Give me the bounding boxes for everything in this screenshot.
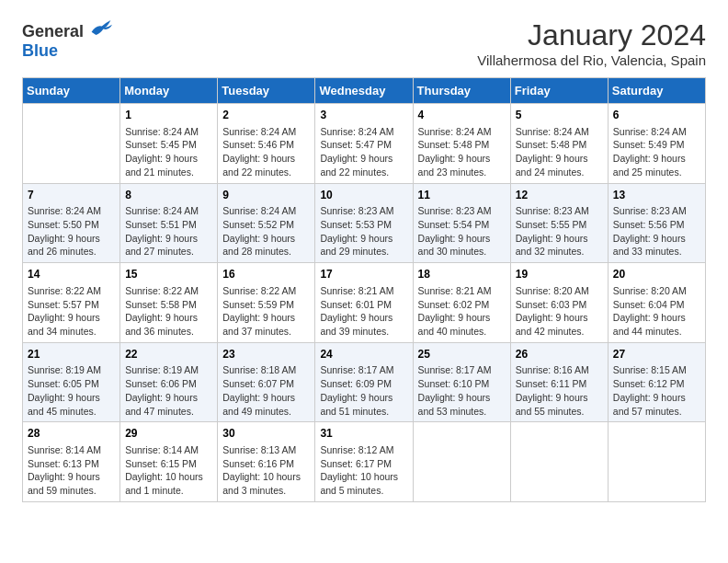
header-day-thursday: Thursday [413,78,510,104]
day-info: Sunrise: 8:21 AM Sunset: 6:02 PM Dayligh… [418,284,506,339]
day-number: 24 [320,347,407,362]
day-number: 14 [28,267,115,282]
calendar-cell: 9Sunrise: 8:24 AM Sunset: 5:52 PM Daylig… [218,183,315,263]
week-row-4: 21Sunrise: 8:19 AM Sunset: 6:05 PM Dayli… [23,342,706,422]
day-number: 20 [613,267,700,282]
calendar-title: January 2024 [477,18,706,52]
logo-bird-icon [90,18,112,37]
day-number: 28 [28,426,115,442]
calendar-cell: 18Sunrise: 8:21 AM Sunset: 6:02 PM Dayli… [413,263,510,343]
calendar-cell: 16Sunrise: 8:22 AM Sunset: 5:59 PM Dayli… [218,263,315,343]
header-day-wednesday: Wednesday [315,78,413,104]
calendar-cell: 3Sunrise: 8:24 AM Sunset: 5:47 PM Daylig… [315,104,413,184]
day-number: 22 [125,347,212,362]
day-info: Sunrise: 8:20 AM Sunset: 6:04 PM Dayligh… [613,284,700,339]
day-info: Sunrise: 8:21 AM Sunset: 6:01 PM Dayligh… [320,284,407,339]
calendar-cell: 12Sunrise: 8:23 AM Sunset: 5:55 PM Dayli… [510,183,608,263]
calendar-cell: 23Sunrise: 8:18 AM Sunset: 6:07 PM Dayli… [218,342,315,422]
day-number: 29 [125,426,212,442]
day-info: Sunrise: 8:20 AM Sunset: 6:03 PM Dayligh… [516,284,603,339]
day-number: 13 [613,188,700,203]
day-info: Sunrise: 8:23 AM Sunset: 5:56 PM Dayligh… [613,204,700,259]
calendar-cell: 15Sunrise: 8:22 AM Sunset: 5:58 PM Dayli… [120,263,218,343]
day-info: Sunrise: 8:23 AM Sunset: 5:55 PM Dayligh… [516,204,603,259]
day-info: Sunrise: 8:24 AM Sunset: 5:46 PM Dayligh… [222,125,310,179]
day-number: 18 [418,267,506,282]
calendar-cell: 20Sunrise: 8:20 AM Sunset: 6:04 PM Dayli… [608,263,705,343]
calendar-cell: 14Sunrise: 8:22 AM Sunset: 5:57 PM Dayli… [23,263,120,343]
header-day-monday: Monday [120,78,218,104]
calendar-cell: 4Sunrise: 8:24 AM Sunset: 5:48 PM Daylig… [413,104,510,184]
calendar-cell: 10Sunrise: 8:23 AM Sunset: 5:53 PM Dayli… [315,183,413,263]
day-info: Sunrise: 8:16 AM Sunset: 6:11 PM Dayligh… [516,363,603,418]
calendar-cell: 17Sunrise: 8:21 AM Sunset: 6:01 PM Dayli… [315,263,413,343]
header-day-sunday: Sunday [23,78,120,104]
calendar-cell [608,422,705,502]
day-info: Sunrise: 8:24 AM Sunset: 5:45 PM Dayligh… [125,125,212,179]
day-number: 12 [516,188,603,203]
logo-blue: Blue [22,41,58,60]
week-row-3: 14Sunrise: 8:22 AM Sunset: 5:57 PM Dayli… [23,263,706,343]
day-number: 11 [418,188,506,203]
calendar-cell: 31Sunrise: 8:12 AM Sunset: 6:17 PM Dayli… [315,422,413,502]
day-info: Sunrise: 8:23 AM Sunset: 5:54 PM Dayligh… [418,204,506,259]
day-info: Sunrise: 8:17 AM Sunset: 6:10 PM Dayligh… [418,363,506,418]
calendar-cell: 24Sunrise: 8:17 AM Sunset: 6:09 PM Dayli… [315,342,413,422]
day-info: Sunrise: 8:24 AM Sunset: 5:52 PM Dayligh… [222,204,310,259]
day-info: Sunrise: 8:24 AM Sunset: 5:48 PM Dayligh… [516,125,603,179]
header-day-saturday: Saturday [608,78,705,104]
day-number: 26 [516,347,603,362]
day-number: 27 [613,347,700,362]
day-number: 9 [222,188,310,203]
day-number: 4 [418,108,506,123]
day-info: Sunrise: 8:24 AM Sunset: 5:51 PM Dayligh… [125,204,212,259]
day-info: Sunrise: 8:15 AM Sunset: 6:12 PM Dayligh… [613,363,700,418]
day-info: Sunrise: 8:19 AM Sunset: 6:06 PM Dayligh… [125,363,212,418]
calendar-cell: 7Sunrise: 8:24 AM Sunset: 5:50 PM Daylig… [23,183,120,263]
calendar-table: SundayMondayTuesdayWednesdayThursdayFrid… [22,77,706,502]
day-number: 16 [222,267,310,282]
day-info: Sunrise: 8:13 AM Sunset: 6:16 PM Dayligh… [222,443,310,498]
day-info: Sunrise: 8:24 AM Sunset: 5:49 PM Dayligh… [613,125,700,179]
day-number: 21 [28,347,115,362]
calendar-cell: 25Sunrise: 8:17 AM Sunset: 6:10 PM Dayli… [413,342,510,422]
logo-general: General [22,22,84,40]
calendar-cell: 27Sunrise: 8:15 AM Sunset: 6:12 PM Dayli… [608,342,705,422]
header-row: SundayMondayTuesdayWednesdayThursdayFrid… [23,78,706,104]
calendar-cell: 28Sunrise: 8:14 AM Sunset: 6:13 PM Dayli… [23,422,120,502]
header: General Blue January 2024 Villahermosa d… [22,18,706,68]
calendar-cell: 1Sunrise: 8:24 AM Sunset: 5:45 PM Daylig… [120,104,218,184]
calendar-cell: 19Sunrise: 8:20 AM Sunset: 6:03 PM Dayli… [510,263,608,343]
day-number: 15 [125,267,212,282]
day-number: 23 [222,347,310,362]
calendar-cell: 26Sunrise: 8:16 AM Sunset: 6:11 PM Dayli… [510,342,608,422]
day-number: 8 [125,188,212,203]
day-number: 17 [320,267,407,282]
logo: General Blue [22,18,112,61]
calendar-cell: 30Sunrise: 8:13 AM Sunset: 6:16 PM Dayli… [218,422,315,502]
header-day-tuesday: Tuesday [218,78,315,104]
calendar-cell: 13Sunrise: 8:23 AM Sunset: 5:56 PM Dayli… [608,183,705,263]
day-info: Sunrise: 8:19 AM Sunset: 6:05 PM Dayligh… [28,363,115,418]
day-info: Sunrise: 8:18 AM Sunset: 6:07 PM Dayligh… [222,363,310,418]
header-day-friday: Friday [510,78,608,104]
calendar-cell: 21Sunrise: 8:19 AM Sunset: 6:05 PM Dayli… [23,342,120,422]
calendar-cell [413,422,510,502]
calendar-subtitle: Villahermosa del Rio, Valencia, Spain [477,52,706,68]
day-number: 19 [516,267,603,282]
week-row-2: 7Sunrise: 8:24 AM Sunset: 5:50 PM Daylig… [23,183,706,263]
title-area: January 2024 Villahermosa del Rio, Valen… [477,18,706,68]
day-info: Sunrise: 8:24 AM Sunset: 5:50 PM Dayligh… [28,204,115,259]
day-number: 3 [320,108,407,123]
week-row-1: 1Sunrise: 8:24 AM Sunset: 5:45 PM Daylig… [23,104,706,184]
day-number: 31 [320,426,407,442]
day-info: Sunrise: 8:22 AM Sunset: 5:57 PM Dayligh… [28,284,115,339]
day-number: 2 [222,108,310,123]
day-number: 1 [125,108,212,123]
calendar-cell: 8Sunrise: 8:24 AM Sunset: 5:51 PM Daylig… [120,183,218,263]
day-info: Sunrise: 8:14 AM Sunset: 6:15 PM Dayligh… [125,443,212,498]
day-info: Sunrise: 8:22 AM Sunset: 5:58 PM Dayligh… [125,284,212,339]
day-number: 5 [516,108,603,123]
calendar-cell: 11Sunrise: 8:23 AM Sunset: 5:54 PM Dayli… [413,183,510,263]
week-row-5: 28Sunrise: 8:14 AM Sunset: 6:13 PM Dayli… [23,422,706,502]
